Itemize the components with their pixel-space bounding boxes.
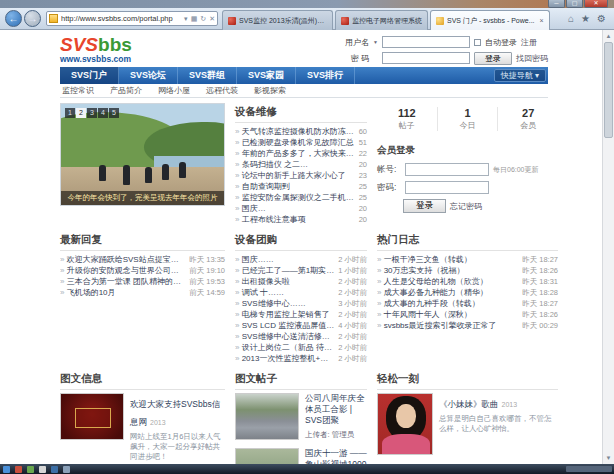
quick-nav-dropdown[interactable]: 快捷导航 ▾ [494,69,546,82]
url-text[interactable]: http://www.svsbbs.com/portal.php [61,14,181,23]
list-item[interactable]: 年前的产品多多了，大家快来抢购特价机啦22 [235,148,367,159]
maximize-button[interactable]: ▢ [566,0,583,8]
post-link[interactable]: 自助查询期到 [235,181,356,192]
taskbar-app-icon[interactable] [27,466,34,473]
post-link[interactable]: 电梯专用监控上架销售了 [235,309,335,320]
list-item[interactable]: 电梯专用监控上架销售了2 小时前 [235,309,367,320]
nav-home[interactable]: SVS家园 [237,67,296,84]
taskbar-app-icon[interactable] [15,466,22,473]
list-item[interactable]: 成大事必备九种能力（精华）昨天 18:28 [377,287,558,298]
list-item[interactable]: 三本合为第一堂课 团队精神的经典培训前天 19:53 [60,276,225,287]
pager-1[interactable]: 1 [65,108,75,118]
post-link[interactable]: 设计上岗位二（新品 待售） [235,342,335,353]
register-link[interactable]: 注册 [521,37,537,48]
post-link[interactable]: 已检测硬盘录像机常见故障汇总 [235,137,356,148]
taskbar-app-icon[interactable] [63,466,70,473]
forward-button[interactable]: → [24,10,41,27]
forgot-password-link[interactable]: 找回密码 [516,53,548,64]
post-link[interactable]: 年前的产品多多了，大家快来抢购特价机啦 [235,148,356,159]
nav-group[interactable]: SVS群组 [178,67,237,84]
compatibility-icon[interactable]: ▦ [191,15,198,23]
panel-login-button[interactable]: 登录 [403,199,446,213]
taskbar-app-icon[interactable] [39,466,46,473]
group-photo-thumbnail[interactable] [235,393,299,440]
post-link[interactable]: SVS维修中心送清洁修复套装 [235,331,335,342]
password-input[interactable] [382,52,470,64]
stop-icon[interactable]: ✕ [209,15,215,23]
subnav-item-3[interactable]: 网络小屋 [158,85,190,96]
post-link[interactable]: 2013一次性监控整机+配件 [235,353,335,364]
tab-management-system[interactable]: 监控电子网络管理系统 [335,10,428,30]
refresh-icon[interactable]: ↻ [200,15,206,23]
scroll-up-icon[interactable]: ▲ [603,30,614,42]
list-item[interactable]: SVS维修中心送清洁修复套装2 小时前 [235,331,367,342]
nav-rank[interactable]: SVS排行 [296,67,355,84]
subnav-item-2[interactable]: 产品简介 [110,85,142,96]
panel-forgot-link[interactable]: 忘记密码 [450,201,482,212]
nav-forum[interactable]: SVS论坛 [119,67,178,84]
list-item[interactable]: 监控安防金属探测仪之二手机知多少25 [235,192,367,203]
post-link[interactable]: 人生是父母给的礼物（欣赏） [377,276,519,287]
post-link[interactable]: 成大事必备九种能力（精华） [377,287,519,298]
pager-5[interactable]: 5 [109,108,119,118]
login-button[interactable]: 登录 [474,52,512,65]
home-icon[interactable]: ⌂ [568,13,574,24]
vertical-scrollbar[interactable]: ▲ ▼ [602,30,614,464]
list-item[interactable]: 国庆…20 [235,203,367,214]
slideshow[interactable]: 1 2 3 4 5 今年的年会快到了，完美呈现去年年会的照片 [60,103,225,206]
close-button[interactable]: ✕ [584,0,608,8]
post-link[interactable]: 天气转凉监控摄像机防水防冻注意事项 [235,126,356,137]
post-link[interactable]: 30万忠实支持（祝福） [377,265,519,276]
post-link[interactable]: 监控安防金属探测仪之二手机知多少 [235,192,356,203]
portrait-thumbnail[interactable] [377,393,433,455]
entry-title[interactable]: 欢迎大家支持SVSbbs信息网 [130,399,220,427]
scroll-down-icon[interactable]: ▼ [603,452,614,464]
minimize-button[interactable]: ─ [548,0,565,8]
tab-close-icon[interactable]: × [540,17,544,24]
pager-3[interactable]: 3 [87,108,97,118]
post-link[interactable]: 飞机场的10月 [60,287,186,298]
post-link[interactable]: 出租摄像头啦 [235,276,335,287]
list-item[interactable]: 条码扫描仪 之二…20 [235,159,367,170]
list-item[interactable]: 十年风雨十年人（深秋）昨天 18:26 [377,309,558,320]
pager-4[interactable]: 4 [98,108,108,118]
post-link[interactable]: 十年风雨十年人（深秋） [377,309,519,320]
slideshow-caption[interactable]: 今年的年会快到了，完美呈现去年年会的照片 [61,191,224,205]
list-item[interactable]: 升级你的安防观念与世界公司保持同步吧前天 19:10 [60,265,225,276]
post-link[interactable]: 国庆… [235,203,356,214]
post-link[interactable]: SVS维修中心…… [235,298,335,309]
subnav-item-5[interactable]: 影视探索 [254,85,286,96]
list-item[interactable]: SVS LCD 监控液晶屏值得考究4 小时前 [235,320,367,331]
outdoor-photo-thumbnail[interactable] [235,448,299,464]
list-item[interactable]: 自助查询期到25 [235,181,367,192]
post-link[interactable]: 工程布线注意事项 [235,214,356,225]
entry-title[interactable]: 公司八周年庆全体员工合影 | SVS团聚 [305,393,367,426]
panel-password-input[interactable] [405,181,489,194]
address-bar[interactable]: http://www.svsbbs.com/portal.php ▾ ▦ ↻ ✕ [46,11,218,26]
list-item[interactable]: 工程布线注意事项20 [235,214,367,225]
list-item[interactable]: 天气转凉监控摄像机防水防冻注意事项60 [235,126,367,137]
gear-icon[interactable]: ⚙ [597,13,606,24]
post-link[interactable]: 调试 十…… [235,287,335,298]
post-link[interactable]: 条码扫描仪 之二… [235,159,356,170]
username-type-caret-icon[interactable]: ▼ [373,39,378,45]
subnav-item-4[interactable]: 远程代装 [206,85,238,96]
post-link[interactable]: 三本合为第一堂课 团队精神的经典培训 [60,276,186,287]
list-item[interactable]: 人生是父母给的礼物（欣赏）昨天 18:31 [377,276,558,287]
url-dropdown-icon[interactable]: ▾ [184,15,188,23]
entry-title[interactable]: 《小妹妹》歌曲 [439,399,499,409]
post-link[interactable]: 已经完工了——第1期实训班现场直播 [235,265,335,276]
list-item[interactable]: 国庆……2 小时前 [235,254,367,265]
account-input[interactable] [405,163,489,176]
back-button[interactable]: ← [5,10,22,27]
list-item[interactable]: svsbbs最近搜索引擎收录正常了昨天 00:29 [377,320,558,331]
info-thumbnail[interactable] [60,393,124,440]
taskbar-start-icon[interactable] [3,466,10,473]
tab-svs-expo[interactable]: SVS监控 2013乐清(温州)安防展... [222,10,333,30]
list-item[interactable]: 调试 十……2 小时前 [235,287,367,298]
post-link[interactable]: 论坛中的新手上路大家小心了 [235,170,356,181]
list-item[interactable]: 设计上岗位二（新品 待售）2 小时前 [235,342,367,353]
list-item[interactable]: 欢迎大家踊跃给SVS站点提宝贵意见昨天 13:35 [60,254,225,265]
entry-title[interactable]: 国庆十一游 ——象山影视城1000响石探秘[组图] [305,448,367,464]
nav-portal[interactable]: SVS门户 [60,67,119,84]
